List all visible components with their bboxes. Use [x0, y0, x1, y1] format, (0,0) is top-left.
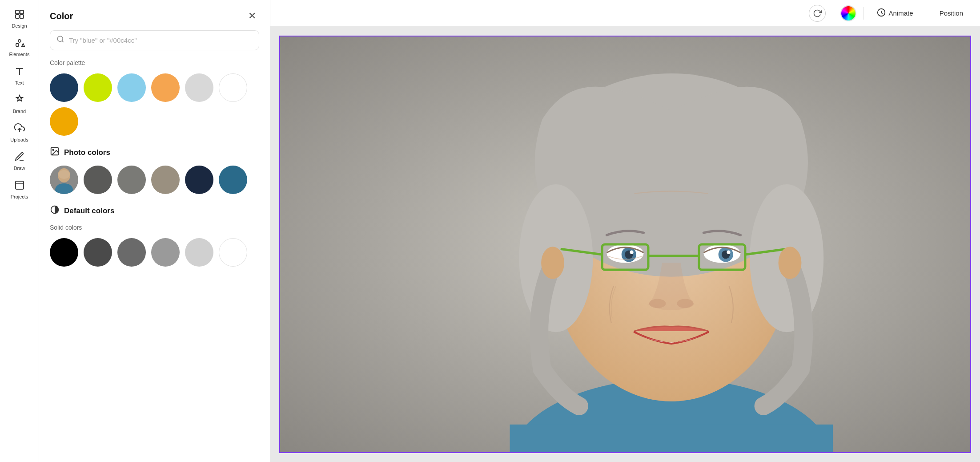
svg-marker-6 — [22, 44, 24, 46]
search-input[interactable] — [69, 36, 253, 44]
sidebar-item-label-text: Text — [15, 80, 24, 85]
swatch-medium-gray-photo[interactable] — [117, 166, 146, 194]
swatch-tan-gray-photo[interactable] — [151, 166, 180, 194]
canvas-toolbar: Animate Position — [270, 0, 980, 27]
search-container — [39, 30, 270, 59]
swatch-dark-navy[interactable] — [50, 73, 78, 102]
color-palette-swatches — [50, 73, 259, 136]
portrait-svg — [280, 36, 970, 452]
position-label: Position — [940, 9, 963, 17]
toolbar-divider-3 — [926, 7, 926, 20]
default-colors-section: Default colors Solid colors — [39, 205, 270, 277]
sidebar-item-elements[interactable]: Elements — [3, 34, 36, 61]
sidebar-item-design[interactable]: Design — [3, 5, 36, 32]
swatch-teal-blue-photo[interactable] — [219, 166, 247, 194]
svg-rect-26 — [510, 425, 833, 452]
sidebar-item-label-projects: Projects — [11, 194, 28, 199]
swatch-yellow-green[interactable] — [84, 73, 112, 102]
projects-icon — [14, 180, 25, 192]
swatch-black[interactable] — [50, 238, 78, 267]
svg-point-15 — [52, 149, 54, 150]
color-panel: Color ✕ Color palette — [39, 0, 270, 462]
swatch-light-gray-2[interactable] — [151, 238, 180, 267]
toolbar-divider-1 — [833, 7, 833, 20]
svg-point-12 — [57, 36, 63, 41]
design-icon — [14, 9, 25, 21]
photo-icon — [50, 146, 60, 158]
swatch-white[interactable] — [219, 73, 247, 102]
color-panel-header: Color ✕ — [39, 0, 270, 30]
solid-colors-label: Solid colors — [50, 224, 259, 231]
search-icon — [56, 35, 64, 45]
svg-rect-2 — [16, 15, 19, 18]
swatch-orange[interactable] — [151, 73, 180, 102]
sidebar-item-label-elements: Elements — [9, 52, 30, 57]
animate-button[interactable]: Animate — [871, 5, 919, 21]
sidebar-item-label-uploads: Uploads — [10, 137, 28, 142]
swatch-dark-gray-2[interactable] — [84, 238, 112, 267]
sidebar-item-label-draw: Draw — [14, 166, 25, 171]
svg-point-45 — [677, 299, 693, 308]
photo-colors-header: Photo colors — [50, 146, 259, 158]
swatch-medium-gray-2[interactable] — [117, 238, 146, 267]
svg-rect-3 — [20, 15, 24, 18]
draw-icon — [14, 151, 25, 164]
svg-rect-10 — [16, 181, 24, 189]
svg-point-38 — [727, 250, 730, 254]
sidebar-nav: Design Elements Text Brand — [0, 0, 39, 462]
color-wheel-button[interactable] — [840, 5, 856, 21]
sidebar-item-label-design: Design — [12, 23, 27, 28]
photo-colors-label: Photo colors — [64, 148, 110, 157]
swatch-very-dark-navy-photo[interactable] — [185, 166, 213, 194]
swatch-very-light-gray[interactable] — [185, 238, 213, 267]
swatch-light-blue[interactable] — [117, 73, 146, 102]
animate-label: Animate — [889, 9, 913, 17]
close-button[interactable]: ✕ — [245, 9, 259, 23]
canvas-frame — [279, 36, 971, 453]
position-button[interactable]: Position — [933, 6, 969, 20]
animate-icon — [876, 8, 886, 19]
sidebar-item-brand[interactable]: Brand — [3, 91, 36, 118]
swatch-gold-yellow[interactable] — [50, 107, 78, 136]
swatch-thumbnail[interactable] — [50, 166, 78, 194]
svg-point-47 — [779, 247, 802, 279]
default-colors-header: Default colors — [50, 205, 259, 217]
swatch-white-2[interactable] — [219, 238, 247, 267]
default-colors-swatches — [50, 238, 259, 267]
canvas-area: Animate Position — [270, 0, 980, 462]
brand-icon — [14, 94, 25, 107]
color-palette-label: Color palette — [50, 59, 259, 66]
portrait-background — [280, 36, 970, 452]
sidebar-item-text[interactable]: Text — [3, 62, 36, 89]
swatch-dark-gray-photo[interactable] — [84, 166, 112, 194]
search-wrapper — [50, 30, 259, 50]
elements-icon — [14, 37, 25, 50]
uploads-icon — [14, 123, 25, 135]
text-nav-icon — [14, 66, 25, 78]
sidebar-item-label-brand: Brand — [13, 109, 26, 114]
color-palette-section: Color palette — [39, 59, 270, 146]
svg-rect-1 — [20, 10, 24, 14]
photo-colors-swatches — [50, 166, 259, 194]
swatch-light-gray[interactable] — [185, 73, 213, 102]
sidebar-item-uploads[interactable]: Uploads — [3, 119, 36, 146]
default-colors-label: Default colors — [64, 207, 114, 215]
toolbar-divider-2 — [864, 7, 864, 20]
svg-point-34 — [630, 250, 633, 254]
svg-point-4 — [18, 40, 21, 42]
photo-colors-section: Photo colors — [39, 146, 270, 205]
svg-line-13 — [62, 41, 63, 42]
svg-rect-5 — [16, 44, 19, 46]
svg-rect-0 — [16, 10, 19, 14]
sidebar-item-projects[interactable]: Projects — [3, 176, 36, 203]
svg-point-46 — [541, 247, 564, 279]
sidebar-item-draw[interactable]: Draw — [3, 148, 36, 174]
svg-point-44 — [649, 299, 666, 308]
sync-button[interactable] — [809, 5, 826, 22]
canvas-viewport — [270, 27, 980, 462]
svg-point-19 — [58, 170, 70, 179]
color-panel-title: Color — [50, 11, 73, 21]
default-colors-icon — [50, 205, 60, 217]
